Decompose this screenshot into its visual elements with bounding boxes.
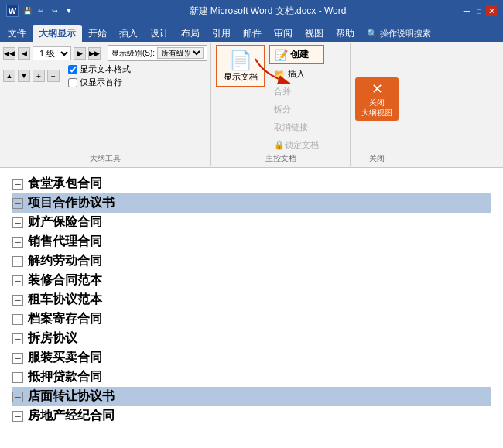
show-level-container: 显示级别(S): 所有级别 1 级 2 级 3 级: [108, 45, 207, 61]
tab-review[interactable]: 审阅: [268, 25, 299, 42]
demote-btn[interactable]: ▶: [74, 47, 86, 60]
collapse-indicator: −: [12, 314, 23, 325]
ribbon-tabs-bar: 文件 大纲显示 开始 插入 设计 布局 引用 邮件 审阅 视图 帮助 🔍 操作说…: [0, 22, 503, 42]
undo-icon[interactable]: ↩: [36, 5, 46, 16]
outline-item-text: 销售代理合同: [28, 234, 102, 250]
outline-item[interactable]: −拆房协议: [12, 329, 491, 348]
close-outline-label: 关闭大纲视图: [361, 97, 392, 118]
word-icon: W: [6, 5, 19, 17]
outline-item-text: 档案寄存合同: [28, 311, 102, 327]
save-icon[interactable]: 💾: [22, 5, 33, 16]
collapse-indicator: −: [12, 179, 23, 190]
outline-tools-label: 大纲工具: [3, 152, 207, 164]
tab-references[interactable]: 引用: [206, 25, 237, 42]
outline-list: −食堂承包合同−项目合作协议书−财产保险合同−销售代理合同−解约劳动合同−装修合…: [12, 174, 491, 426]
promote-btn[interactable]: ◀: [18, 47, 30, 60]
show-first-line-checkbox[interactable]: [68, 78, 77, 87]
outline-item-text: 服装买卖合同: [28, 350, 102, 366]
outline-item[interactable]: −服装买卖合同: [12, 348, 491, 368]
close-group-label: 关闭: [355, 153, 399, 164]
split-btn[interactable]: 拆分: [269, 101, 324, 118]
show-doc-icon: 📄: [229, 50, 252, 71]
insert-btn[interactable]: 📂 插入: [269, 66, 324, 82]
move-up-btn[interactable]: ▲: [3, 70, 15, 82]
master-doc-group: 📄 显示文档 📝 创建 📂 插入 合并: [211, 43, 351, 166]
outline-item-text: 项目合作协议书: [28, 195, 115, 211]
checkbox-group: 显示文本格式 仅显示首行: [68, 63, 131, 88]
show-first-line-label[interactable]: 仅显示首行: [68, 77, 131, 88]
demote-body-btn[interactable]: ▶▶: [88, 47, 101, 60]
title-bar-left: W 💾 ↩ ↪ ▼: [6, 5, 74, 17]
create-icon: 📝: [275, 49, 288, 61]
collapse-indicator: −: [12, 295, 23, 306]
tab-view[interactable]: 视图: [299, 25, 330, 42]
outline-controls-row: ▲ ▼ + − 显示文本格式 仅显示首行: [3, 63, 207, 88]
outline-item[interactable]: −房地产经纪合同: [12, 406, 491, 426]
title-bar-title: 新建 Microsoft Word 文档.docx - Word: [74, 5, 461, 18]
outline-item[interactable]: −档案寄存合同: [12, 309, 491, 329]
level-selector[interactable]: 1 级 2 级 3 级: [33, 46, 71, 60]
collapse-indicator: −: [12, 256, 23, 267]
master-doc-small-btns: 📝 创建 📂 插入 合并 拆分 取消链接: [269, 45, 324, 153]
outline-item[interactable]: −解约劳动合同: [12, 251, 491, 271]
outline-item[interactable]: −租车协议范本: [12, 290, 491, 309]
outline-item[interactable]: −食堂承包合同: [12, 174, 491, 193]
tab-home[interactable]: 开始: [82, 25, 113, 42]
outline-item-text: 店面转让协议书: [28, 388, 115, 405]
outline-item-text: 租车协议范本: [28, 292, 102, 308]
outline-item[interactable]: −抵押贷款合同: [12, 368, 491, 387]
master-doc-label: 主控文档: [216, 153, 345, 164]
level-row: ◀◀ ◀ 1 级 2 级 3 级 ▶ ▶▶ 显示级别(S): 所有级别 1 级 …: [3, 45, 207, 61]
tab-help[interactable]: 帮助: [330, 25, 361, 42]
tab-outline[interactable]: 大纲显示: [33, 25, 82, 42]
app-window: W 💾 ↩ ↪ ▼ 新建 Microsoft Word 文档.docx - Wo…: [0, 0, 503, 448]
maximize-btn[interactable]: □: [474, 5, 484, 16]
collapse-indicator: −: [12, 353, 23, 364]
collapse-btn[interactable]: −: [47, 70, 60, 82]
collapse-indicator: −: [12, 237, 23, 248]
collapse-indicator: −: [12, 372, 23, 383]
redo-icon[interactable]: ↪: [50, 5, 60, 16]
lock-btn[interactable]: 🔒锁定文档: [269, 137, 324, 153]
tab-insert[interactable]: 插入: [113, 25, 144, 42]
outline-item-text: 房地产经纪合同: [28, 408, 115, 424]
show-level-select[interactable]: 所有级别 1 级 2 级 3 级: [157, 47, 204, 59]
move-down-btn[interactable]: ▼: [18, 70, 30, 82]
tab-design[interactable]: 设计: [144, 25, 175, 42]
show-text-format-label[interactable]: 显示文本格式: [68, 63, 131, 75]
close-btn[interactable]: ✕: [486, 5, 497, 16]
collapse-indicator: −: [12, 275, 23, 286]
merge-btn[interactable]: 合并: [269, 84, 324, 100]
minimize-btn[interactable]: ─: [461, 5, 472, 16]
create-btn[interactable]: 📝 创建: [269, 45, 324, 64]
tab-search[interactable]: 🔍 操作说明搜索: [361, 25, 437, 42]
outline-item-text: 拆房协议: [28, 330, 77, 347]
show-text-format-checkbox[interactable]: [68, 65, 77, 74]
title-bar: W 💾 ↩ ↪ ▼ 新建 Microsoft Word 文档.docx - Wo…: [0, 0, 503, 22]
outline-item[interactable]: −店面转让协议书: [12, 387, 491, 406]
tab-file[interactable]: 文件: [2, 25, 33, 42]
master-doc-buttons: 📄 显示文档 📝 创建 📂 插入 合并: [216, 45, 345, 153]
collapse-indicator: −: [12, 198, 23, 209]
expand-btn[interactable]: +: [33, 70, 45, 82]
tab-layout[interactable]: 布局: [175, 25, 206, 42]
unlink-btn[interactable]: 取消链接: [269, 119, 324, 135]
outline-tools-group: ◀◀ ◀ 1 级 2 级 3 级 ▶ ▶▶ 显示级别(S): 所有级别 1 级 …: [0, 43, 211, 166]
close-group: ✕ 关闭大纲视图 关闭: [351, 43, 403, 166]
outline-item[interactable]: −销售代理合同: [12, 232, 491, 251]
insert-icon: 📂: [274, 69, 286, 80]
close-outline-btn[interactable]: ✕ 关闭大纲视图: [355, 77, 399, 121]
outline-item[interactable]: −财产保险合同: [12, 213, 491, 232]
collapse-indicator: −: [12, 392, 23, 402]
window-controls: ─ □ ✕: [461, 5, 497, 16]
collapse-indicator: −: [12, 411, 23, 422]
ribbon-body: ◀◀ ◀ 1 级 2 级 3 级 ▶ ▶▶ 显示级别(S): 所有级别 1 级 …: [0, 42, 503, 168]
show-level-label: 显示级别(S):: [111, 48, 155, 59]
promote-outline-btn[interactable]: ◀◀: [3, 47, 15, 60]
outline-item[interactable]: −项目合作协议书: [12, 193, 491, 213]
show-doc-btn[interactable]: 📄 显示文档: [216, 45, 265, 87]
collapse-indicator: −: [12, 217, 23, 228]
outline-item[interactable]: −装修合同范本: [12, 271, 491, 290]
customize-icon[interactable]: ▼: [63, 5, 74, 16]
tab-mailing[interactable]: 邮件: [237, 25, 268, 42]
